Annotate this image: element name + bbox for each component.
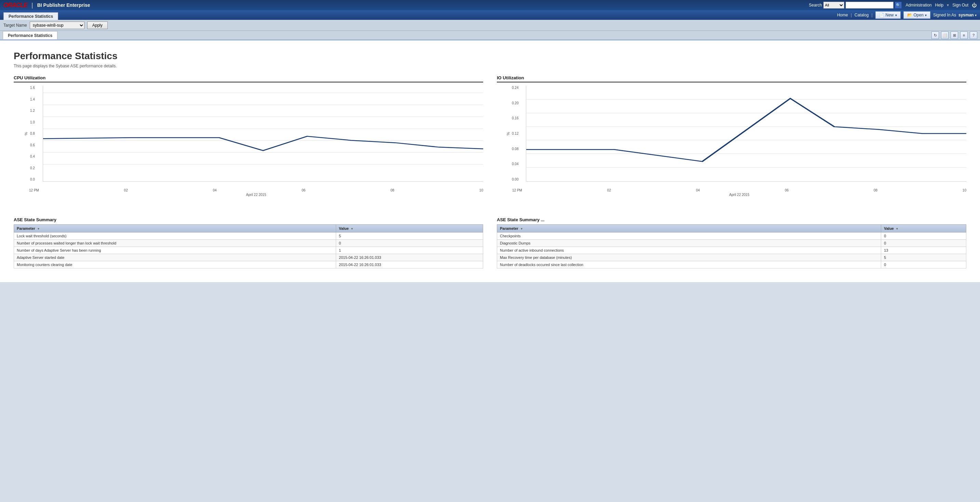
- new-button[interactable]: 📄 New ▾: [875, 11, 900, 19]
- table2-value-header[interactable]: Value ▾: [881, 225, 966, 233]
- export-button[interactable]: ⬜: [941, 32, 948, 39]
- report-tab[interactable]: Performance Statistics: [3, 31, 57, 39]
- tab-area: Performance Statistics: [3, 10, 58, 20]
- report-content: Performance Statistics This page display…: [0, 40, 980, 282]
- table1-title: ASE State Summary: [14, 217, 483, 222]
- open-folder-icon: 📂: [907, 13, 912, 18]
- table-cell: 0: [881, 240, 966, 247]
- table-cell: Checkpoints: [497, 233, 881, 240]
- signout-link[interactable]: Sign Out: [952, 3, 968, 8]
- table-cell: Diagnostic Dumps: [497, 240, 881, 247]
- refresh-button[interactable]: ↻: [931, 32, 939, 39]
- search-type-select[interactable]: All Reports Catalog: [823, 2, 844, 8]
- sort-icon: ▾: [896, 227, 898, 231]
- table2-body: Checkpoints0Diagnostic Dumps0Number of a…: [497, 233, 966, 268]
- io-y-unit: %: [506, 132, 510, 135]
- charts-row: CPU Utilization 1.6 1.: [14, 75, 966, 207]
- help-link[interactable]: Help: [935, 3, 944, 8]
- grid-icon: ⊞: [953, 33, 956, 38]
- search-button[interactable]: 🔍: [895, 2, 902, 8]
- user-chevron: ▾: [975, 13, 977, 17]
- cpu-x-axis: 12 PM 02 04 06 08 10: [29, 188, 483, 192]
- io-y-axis: 0.24 0.20 0.16 0.12 0.08 0.04 0.00: [512, 86, 519, 181]
- table1-value-header[interactable]: Value ▾: [336, 225, 483, 233]
- report-title: Performance Statistics: [14, 51, 966, 62]
- table-cell: Number of active inbound connections: [497, 247, 881, 254]
- help-icon: ?: [972, 33, 975, 37]
- nav-divider: ▾: [947, 3, 949, 8]
- open-chevron: ▾: [925, 13, 927, 17]
- ase-state-summary-table2: Parameter ▾ Value ▾ Checkpoints0Diagnost…: [497, 224, 966, 268]
- target-name-label: Target Name: [3, 23, 27, 28]
- table-cell: Number of days Adaptive Server has been …: [14, 247, 336, 254]
- search-input[interactable]: [846, 2, 894, 8]
- target-name-select[interactable]: sybase-win8-sup: [30, 22, 84, 29]
- export-icon: ⬜: [942, 33, 947, 38]
- open-button[interactable]: 📂 Open ▾: [904, 11, 931, 19]
- logo-divider: |: [32, 2, 33, 9]
- table-cell: 5: [881, 254, 966, 261]
- table2-param-header[interactable]: Parameter ▾: [497, 225, 881, 233]
- grid-view-button[interactable]: ⊞: [951, 32, 958, 39]
- table-cell: 0: [881, 233, 966, 240]
- table-cell: 5: [336, 233, 483, 240]
- table-cell: 1: [336, 247, 483, 254]
- signed-in-info: Signed In As sysman ▾: [933, 13, 977, 18]
- report-toolbar-right: ↻ ⬜ ⊞ ≡ ?: [931, 32, 977, 39]
- table-row: Lock wait threshold (seconds)5: [14, 233, 483, 240]
- table-row: Number of active inbound connections13: [497, 247, 966, 254]
- table-cell: 0: [881, 261, 966, 268]
- table-cell: Adaptive Server started date: [14, 254, 336, 261]
- table-row: Diagnostic Dumps0: [497, 240, 966, 247]
- nav-links: Administration Help ▾ Sign Out ⏻: [906, 2, 977, 8]
- table-row: Number of days Adaptive Server has been …: [14, 247, 483, 254]
- search-area: Search All Reports Catalog 🔍: [809, 2, 902, 8]
- catalog-link[interactable]: Catalog: [854, 13, 869, 18]
- table2-section: ASE State Summary ... Parameter ▾ Value …: [497, 217, 966, 268]
- search-icon: 🔍: [896, 3, 900, 8]
- io-line: [526, 99, 966, 161]
- table-cell: Lock wait threshold (seconds): [14, 233, 336, 240]
- sort-icon: ▾: [351, 227, 353, 231]
- table1-body: Lock wait threshold (seconds)5Number of …: [14, 233, 483, 268]
- cpu-chart-title: CPU Utilization: [14, 75, 483, 83]
- table-row: Checkpoints0: [497, 233, 966, 240]
- toolbar: Target Name sybase-win8-sup Apply: [0, 20, 980, 31]
- cpu-chart: 1.6 1.4 1.2 1.0 0.8 0.6 0.4 0.2 0.0 %: [43, 86, 483, 182]
- ase-state-summary-table1: Parameter ▾ Value ▾ Lock wait threshold …: [14, 224, 483, 268]
- second-bar: Performance Statistics Home | Catalog | …: [0, 10, 980, 20]
- table-row: Number of deadlocks occured since last c…: [497, 261, 966, 268]
- cpu-y-axis: 1.6 1.4 1.2 1.0 0.8 0.6 0.4 0.2 0.0: [30, 86, 35, 181]
- second-bar-right: Home | Catalog | 📄 New ▾ 📂 Open ▾ Signed…: [837, 11, 977, 19]
- performance-statistics-tab[interactable]: Performance Statistics: [3, 12, 58, 20]
- nav-right: Search All Reports Catalog 🔍 Administrat…: [809, 2, 977, 8]
- refresh-icon: ↻: [934, 33, 937, 38]
- search-label: Search: [809, 3, 822, 8]
- cpu-line: [43, 136, 483, 150]
- table-cell: 2015-04-22 16:26:01.033: [336, 261, 483, 268]
- logo-area: ORACLE | BI Publisher Enterprise: [3, 2, 90, 9]
- administration-link[interactable]: Administration: [906, 3, 932, 8]
- table-cell: 2015-04-22 16:26:01.033: [336, 254, 483, 261]
- cpu-date-label: April 22 2015: [29, 193, 483, 197]
- table-row: Monitoring counters clearing date2015-04…: [14, 261, 483, 268]
- table-row: Number of processes waited longer than l…: [14, 240, 483, 247]
- table-cell: Number of deadlocks occured since last c…: [497, 261, 881, 268]
- apply-button[interactable]: Apply: [87, 22, 108, 29]
- table1-param-header[interactable]: Parameter ▾: [14, 225, 336, 233]
- top-navigation: ORACLE | BI Publisher Enterprise Search …: [0, 0, 980, 10]
- new-label: New: [886, 13, 894, 18]
- cpu-chart-section: CPU Utilization 1.6 1.: [14, 75, 483, 207]
- list-icon: ≡: [963, 33, 965, 37]
- table2-title: ASE State Summary ...: [497, 217, 966, 222]
- report-tab-bar: Performance Statistics ↻ ⬜ ⊞ ≡ ?: [0, 31, 980, 40]
- table-cell: Number of processes waited longer than l…: [14, 240, 336, 247]
- list-view-button[interactable]: ≡: [960, 32, 968, 39]
- io-chart: 0.24 0.20 0.16 0.12 0.08 0.04 0.00 %: [526, 86, 966, 182]
- help-button[interactable]: ?: [970, 32, 977, 39]
- open-label: Open: [914, 13, 924, 18]
- io-chart-section: IO Utilization 0.24 0.20: [497, 75, 966, 207]
- app-title: BI Publisher Enterprise: [37, 2, 90, 8]
- new-chevron: ▾: [895, 13, 897, 17]
- home-link[interactable]: Home: [837, 13, 848, 18]
